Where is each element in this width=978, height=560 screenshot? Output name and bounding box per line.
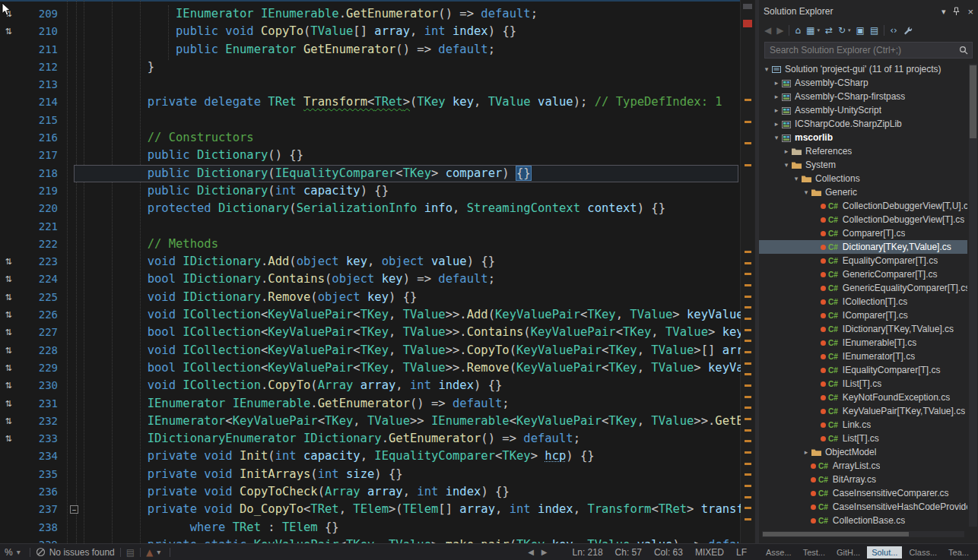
- tree-item[interactable]: C#IComparer[T].cs: [759, 308, 967, 322]
- line-ending-indicator[interactable]: LF: [736, 547, 747, 558]
- tree-item[interactable]: C#CollectionDebuggerView[T,U].cs: [759, 199, 967, 213]
- tree-item[interactable]: ▸ObjectModel: [759, 445, 967, 459]
- tree-item[interactable]: C#Comparer[T].cs: [759, 226, 967, 240]
- code-text[interactable]: // Methods: [90, 236, 741, 253]
- fold-margin[interactable]: [65, 342, 90, 359]
- code-line[interactable]: ⇅223 void IDictionary.Add(object key, ob…: [0, 253, 741, 271]
- split-window-handle[interactable]: [743, 4, 752, 9]
- line-number[interactable]: 221: [17, 218, 65, 236]
- tree-item[interactable]: C#CaseInsensitiveComparer.cs: [759, 486, 967, 500]
- tree-item-label[interactable]: CollectionBase.cs: [833, 515, 905, 526]
- line-number[interactable]: 230: [17, 377, 65, 394]
- fold-margin[interactable]: [65, 324, 90, 341]
- tree-item[interactable]: ▾Solution 'project-gui' (11 of 11 projec…: [759, 62, 967, 76]
- line-indicator[interactable]: Ln: 218: [573, 547, 603, 558]
- line-number[interactable]: 214: [17, 93, 65, 111]
- tree-item[interactable]: C#CollectionDebuggerView[T].cs: [759, 213, 967, 226]
- properties-icon[interactable]: [903, 26, 913, 36]
- tree-item[interactable]: ▾Collections: [759, 172, 967, 185]
- line-number[interactable]: 223: [17, 253, 65, 271]
- tree-item-label[interactable]: Dictionary[TKey,TValue].cs: [843, 242, 951, 252]
- tree-item-label[interactable]: Link.cs: [843, 419, 871, 430]
- code-editor[interactable]: ⇅209 IEnumerator IEnumerable.GetEnumerat…: [0, 0, 754, 543]
- code-line[interactable]: ⇅229 bool ICollection<KeyValuePair<TKey,…: [0, 359, 741, 377]
- line-number[interactable]: 233: [17, 430, 65, 448]
- line-number[interactable]: 238: [17, 519, 65, 536]
- code-text[interactable]: }: [90, 59, 741, 76]
- tree-item-label[interactable]: IEqualityComparer[T].cs: [843, 365, 941, 375]
- code-line[interactable]: ⇅232 IEnumerator<KeyValuePair<TKey, TVal…: [0, 413, 741, 430]
- tool-window-tab[interactable]: Asse...: [761, 546, 796, 558]
- inheritance-margin-icon[interactable]: ⇅: [0, 253, 17, 271]
- code-line[interactable]: 236 private void CopyToCheck(Array array…: [0, 483, 741, 501]
- code-line[interactable]: ⇅228 void ICollection<KeyValuePair<TKey,…: [0, 342, 741, 359]
- tree-item-label[interactable]: Generic: [825, 187, 857, 198]
- code-line[interactable]: ⇅224 bool IDictionary.Contains(object ke…: [0, 271, 741, 288]
- code-text[interactable]: bool ICollection<KeyValuePair<TKey, TVal…: [90, 324, 741, 341]
- show-all-files-icon[interactable]: ▤: [870, 25, 878, 36]
- code-text[interactable]: where TRet : TElem {}: [90, 519, 741, 536]
- inheritance-margin-icon[interactable]: ⇅: [0, 23, 17, 40]
- code-line[interactable]: ⇅230 void ICollection.CopyTo(Array array…: [0, 377, 741, 394]
- inheritance-margin-icon[interactable]: ⇅: [0, 342, 17, 359]
- tree-item[interactable]: C#ICollection[T].cs: [759, 295, 967, 308]
- code-text[interactable]: IDictionaryEnumerator IDictionary.GetEnu…: [90, 430, 741, 448]
- code-suggestions-icon[interactable]: ▤: [126, 547, 135, 558]
- line-number[interactable]: 236: [17, 483, 65, 501]
- fold-margin[interactable]: [65, 218, 90, 236]
- code-text[interactable]: void IDictionary.Remove(object key) {}: [90, 289, 741, 306]
- line-number[interactable]: 212: [17, 59, 65, 76]
- tree-item[interactable]: C#KeyValuePair[TKey,TValue].cs: [759, 404, 967, 418]
- solution-tree[interactable]: ▾Solution 'project-gui' (11 of 11 projec…: [759, 62, 967, 528]
- tree-item[interactable]: ▸ICSharpCode.SharpZipLib: [759, 117, 967, 131]
- code-line[interactable]: 238 where TRet : TElem {}: [0, 519, 741, 536]
- tree-item-label[interactable]: IList[T].cs: [843, 378, 881, 389]
- line-number[interactable]: 220: [17, 200, 65, 217]
- tree-item-label[interactable]: Assembly-CSharp: [795, 78, 868, 88]
- tree-item[interactable]: C#CaseInsensitiveHashCodeProvider.cs: [759, 500, 967, 514]
- line-number[interactable]: 231: [17, 395, 65, 413]
- search-box[interactable]: [764, 42, 973, 59]
- code-text[interactable]: private delegate TRet Transform<TRet>(TK…: [90, 93, 741, 111]
- code-line[interactable]: 213: [0, 76, 741, 93]
- tree-item[interactable]: C#KeyNotFoundException.cs: [759, 391, 967, 404]
- code-text[interactable]: public Dictionary(int capacity) {}: [90, 182, 741, 200]
- code-text[interactable]: [90, 112, 741, 129]
- fold-margin[interactable]: [65, 23, 90, 40]
- code-text[interactable]: public Dictionary(IEqualityComparer<TKey…: [90, 165, 741, 182]
- tree-item-label[interactable]: System: [805, 160, 836, 170]
- window-position-icon[interactable]: ▾: [941, 7, 946, 17]
- tree-item[interactable]: C#IList[T].cs: [759, 377, 967, 391]
- fold-margin[interactable]: [65, 306, 90, 324]
- fold-margin[interactable]: [65, 448, 90, 465]
- collapse-all-icon[interactable]: ▣: [856, 25, 865, 36]
- inheritance-margin-icon[interactable]: ⇅: [0, 359, 17, 377]
- home-icon[interactable]: ⌂: [795, 25, 801, 36]
- code-text[interactable]: public Enumerator GetEnumerator() => def…: [90, 41, 741, 59]
- zoom-control[interactable]: %: [5, 547, 13, 558]
- tool-window-tab[interactable]: Test...: [799, 546, 830, 558]
- tree-item[interactable]: C#ArrayList.cs: [759, 459, 967, 473]
- fold-margin[interactable]: [65, 165, 90, 182]
- code-text[interactable]: public Dictionary() {}: [90, 147, 741, 164]
- fold-margin[interactable]: [65, 41, 90, 59]
- tree-item-label[interactable]: CaseInsensitiveHashCodeProvider.cs: [833, 501, 967, 512]
- tree-item-label[interactable]: CollectionDebuggerView[T,U].cs: [843, 201, 967, 211]
- code-line[interactable]: 235 private void InitArrays(int size) {}: [0, 466, 741, 483]
- tool-window-tab[interactable]: Tea...: [944, 546, 973, 558]
- line-number[interactable]: 211: [17, 41, 65, 59]
- line-number[interactable]: 239: [17, 536, 65, 543]
- tree-item[interactable]: C#Link.cs: [759, 418, 967, 432]
- code-text[interactable]: void ICollection.CopyTo(Array array, int…: [90, 377, 741, 394]
- fold-margin[interactable]: [65, 377, 90, 394]
- tree-item-label[interactable]: Assembly-CSharp-firstpass: [795, 91, 905, 102]
- fold-margin[interactable]: [65, 430, 90, 448]
- line-number[interactable]: 216: [17, 129, 65, 147]
- code-text[interactable]: IEnumerator IEnumerable.GetEnumerator() …: [90, 5, 741, 23]
- tree-item[interactable]: C#IEqualityComparer[T].cs: [759, 363, 967, 377]
- search-input[interactable]: [764, 42, 973, 59]
- scroll-right-button[interactable]: ▶: [538, 548, 551, 556]
- expand-arrow-icon[interactable]: ▸: [802, 448, 811, 456]
- tool-window-tab[interactable]: Class...: [904, 546, 941, 558]
- tree-item-label[interactable]: References: [805, 146, 852, 157]
